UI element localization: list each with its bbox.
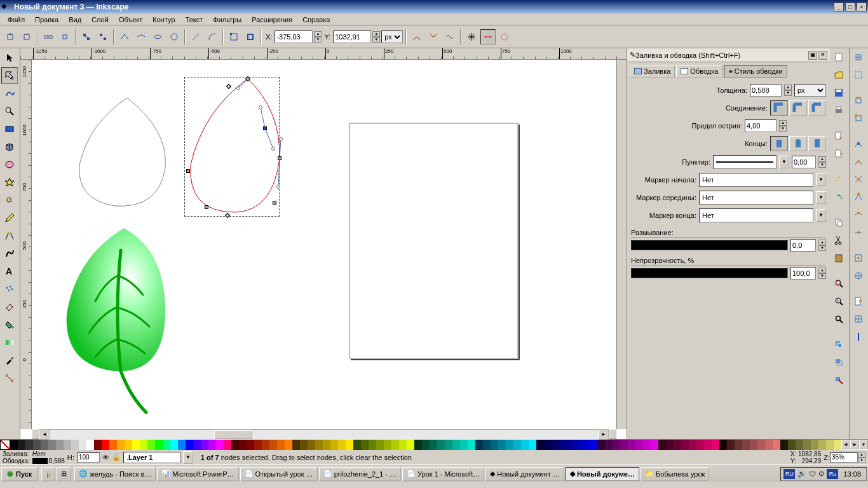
cap-butt-button[interactable] (770, 136, 788, 151)
node-cusp-button[interactable] (117, 29, 132, 44)
paste-button[interactable] (831, 250, 846, 266)
show-mask-button[interactable] (426, 29, 441, 44)
horizontal-scrollbar[interactable]: ◄ ► (39, 429, 609, 439)
taskbar-task[interactable]: 📄Открытый урок … (240, 467, 318, 481)
color-swatch[interactable] (803, 440, 811, 450)
snap-center-button[interactable] (851, 250, 866, 266)
color-swatch[interactable] (605, 440, 613, 450)
color-swatch[interactable] (704, 440, 712, 450)
color-swatch[interactable] (292, 440, 300, 450)
clone-button[interactable] (831, 355, 846, 370)
color-swatch[interactable] (208, 440, 216, 450)
unlink-clone-button[interactable] (831, 372, 846, 388)
spray-tool[interactable] (1, 281, 18, 297)
bezier-tool[interactable] (1, 227, 18, 244)
copy-button[interactable] (831, 215, 846, 230)
node-handle[interactable] (186, 169, 190, 173)
taskbar-task[interactable]: ◆Новый документ … (485, 467, 564, 481)
color-swatch[interactable] (277, 440, 285, 450)
color-swatch[interactable] (460, 440, 468, 450)
color-swatch[interactable] (552, 440, 559, 450)
palette-menu[interactable]: ▾ (859, 440, 868, 449)
color-swatch[interactable] (757, 440, 765, 450)
join-bevel-button[interactable] (808, 100, 826, 116)
control-handle[interactable] (271, 147, 275, 151)
connector-tool[interactable] (1, 370, 18, 386)
color-swatch[interactable] (765, 440, 773, 450)
color-swatch[interactable] (117, 440, 125, 450)
taskbar-task[interactable]: 📊Microsoft PowerP… (157, 467, 238, 481)
color-swatch[interactable] (574, 440, 582, 450)
color-swatch[interactable] (330, 440, 338, 450)
color-swatch[interactable] (155, 440, 163, 450)
color-swatch[interactable] (689, 440, 696, 450)
tab-stroke-style[interactable]: ≡Стиль обводки (724, 65, 787, 78)
control-handle[interactable] (236, 86, 240, 90)
snap-rotation-center-button[interactable] (851, 268, 866, 283)
color-swatch[interactable] (102, 440, 109, 450)
color-swatch[interactable] (559, 440, 567, 450)
layer-selector[interactable]: .Layer 1 (123, 452, 180, 463)
marker-end-select[interactable]: Нет (699, 208, 813, 222)
color-swatch[interactable] (796, 440, 803, 450)
menu-path[interactable]: Контур (147, 15, 180, 24)
fill-value[interactable]: Нет (32, 451, 46, 458)
export-button[interactable] (831, 146, 846, 161)
marker-end-arrow[interactable]: ▼ (816, 209, 826, 222)
color-swatch[interactable] (109, 440, 117, 450)
color-swatch[interactable] (643, 440, 651, 450)
snap-path-button[interactable] (851, 154, 866, 169)
palette-scroll-right[interactable]: ► (850, 440, 859, 449)
node-handle[interactable] (273, 201, 276, 205)
lang-indicator-1[interactable]: RU (783, 469, 795, 479)
node-tool[interactable] (1, 67, 18, 84)
color-swatch[interactable] (818, 440, 826, 450)
print-button[interactable] (831, 103, 846, 118)
color-swatch[interactable] (681, 440, 689, 450)
selector-tool[interactable] (1, 50, 18, 66)
quick-launch-utorrent[interactable]: µ (41, 467, 55, 481)
taskbar-task[interactable]: 📁Бобылева урок (641, 467, 709, 481)
no-paint-swatch[interactable] (0, 440, 10, 450)
open-doc-button[interactable] (831, 67, 846, 83)
color-swatch[interactable] (376, 440, 384, 450)
menu-extensions[interactable]: Расширения (247, 15, 297, 24)
color-swatch[interactable] (338, 440, 346, 450)
color-swatch[interactable] (834, 440, 841, 450)
color-swatch[interactable] (613, 440, 620, 450)
color-swatch[interactable] (635, 440, 643, 450)
gradient-tool[interactable] (1, 334, 18, 351)
miter-spinner[interactable]: ▲▼ (779, 120, 787, 132)
lang-indicator-2[interactable]: Ru (827, 469, 838, 479)
segment-curve-button[interactable] (205, 29, 220, 44)
snap-midpoint-button[interactable] (851, 225, 866, 240)
clock[interactable]: 13:08 (841, 470, 864, 478)
color-swatch[interactable] (513, 440, 521, 450)
color-swatch[interactable] (300, 440, 308, 450)
cap-square-button[interactable] (808, 136, 826, 151)
show-outline-button[interactable] (497, 29, 512, 44)
color-swatch[interactable] (491, 440, 498, 450)
join-nodes-button[interactable] (57, 29, 72, 44)
color-swatch[interactable] (125, 440, 132, 450)
segment-line-button[interactable] (188, 29, 203, 44)
control-handle[interactable] (276, 185, 280, 189)
stroke-to-path-button[interactable] (243, 29, 258, 44)
node-smooth-button[interactable] (133, 29, 149, 44)
join-round-button[interactable] (789, 100, 807, 116)
cap-round-button[interactable] (789, 136, 807, 151)
color-swatch[interactable] (666, 440, 674, 450)
width-spinner[interactable]: ▲▼ (784, 85, 792, 96)
stroke-width-unit[interactable]: px (794, 84, 826, 97)
menu-text[interactable]: Текст (180, 15, 208, 24)
color-swatch[interactable] (178, 440, 186, 450)
node-handle[interactable] (278, 156, 281, 160)
rect-tool[interactable] (1, 121, 18, 137)
taskbar-task[interactable]: ◆Новый докуме… (566, 467, 639, 481)
dropper-tool[interactable] (1, 352, 18, 369)
save-doc-button[interactable] (831, 85, 846, 100)
color-swatch[interactable] (445, 440, 452, 450)
color-swatch[interactable] (391, 440, 399, 450)
quick-zoom-plus[interactable] (609, 429, 616, 439)
eye-icon[interactable]: 👁 (102, 454, 109, 461)
